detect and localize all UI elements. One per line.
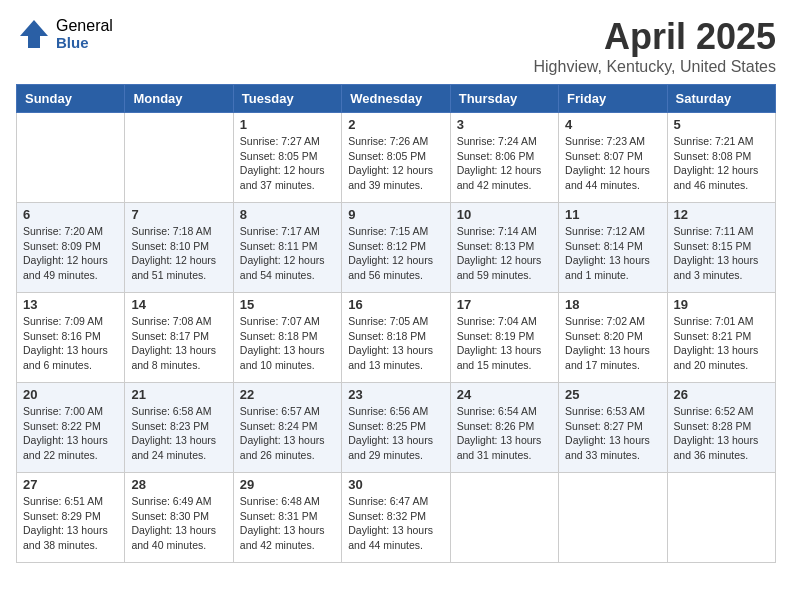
calendar-cell: 13Sunrise: 7:09 AM Sunset: 8:16 PM Dayli… [17,293,125,383]
header: General Blue April 2025 Highview, Kentuc… [16,16,776,76]
day-info: Sunrise: 7:20 AM Sunset: 8:09 PM Dayligh… [23,224,118,283]
logo-text: General Blue [56,17,113,51]
calendar-week-row: 27Sunrise: 6:51 AM Sunset: 8:29 PM Dayli… [17,473,776,563]
calendar-week-row: 20Sunrise: 7:00 AM Sunset: 8:22 PM Dayli… [17,383,776,473]
calendar-week-row: 1Sunrise: 7:27 AM Sunset: 8:05 PM Daylig… [17,113,776,203]
day-info: Sunrise: 7:01 AM Sunset: 8:21 PM Dayligh… [674,314,769,373]
day-info: Sunrise: 6:52 AM Sunset: 8:28 PM Dayligh… [674,404,769,463]
weekday-header: Friday [559,85,667,113]
day-info: Sunrise: 7:08 AM Sunset: 8:17 PM Dayligh… [131,314,226,373]
calendar-cell: 4Sunrise: 7:23 AM Sunset: 8:07 PM Daylig… [559,113,667,203]
day-info: Sunrise: 7:14 AM Sunset: 8:13 PM Dayligh… [457,224,552,283]
day-number: 16 [348,297,443,312]
calendar-cell: 30Sunrise: 6:47 AM Sunset: 8:32 PM Dayli… [342,473,450,563]
logo-blue: Blue [56,35,113,52]
calendar-cell: 12Sunrise: 7:11 AM Sunset: 8:15 PM Dayli… [667,203,775,293]
day-number: 4 [565,117,660,132]
day-number: 11 [565,207,660,222]
calendar-cell: 25Sunrise: 6:53 AM Sunset: 8:27 PM Dayli… [559,383,667,473]
day-number: 19 [674,297,769,312]
day-info: Sunrise: 6:49 AM Sunset: 8:30 PM Dayligh… [131,494,226,553]
day-number: 22 [240,387,335,402]
calendar-cell: 22Sunrise: 6:57 AM Sunset: 8:24 PM Dayli… [233,383,341,473]
day-info: Sunrise: 6:53 AM Sunset: 8:27 PM Dayligh… [565,404,660,463]
calendar-cell: 26Sunrise: 6:52 AM Sunset: 8:28 PM Dayli… [667,383,775,473]
day-info: Sunrise: 7:24 AM Sunset: 8:06 PM Dayligh… [457,134,552,193]
day-number: 2 [348,117,443,132]
calendar-table: SundayMondayTuesdayWednesdayThursdayFrid… [16,84,776,563]
calendar-cell: 18Sunrise: 7:02 AM Sunset: 8:20 PM Dayli… [559,293,667,383]
calendar-cell: 7Sunrise: 7:18 AM Sunset: 8:10 PM Daylig… [125,203,233,293]
calendar-cell: 2Sunrise: 7:26 AM Sunset: 8:05 PM Daylig… [342,113,450,203]
day-number: 23 [348,387,443,402]
day-number: 27 [23,477,118,492]
day-info: Sunrise: 7:11 AM Sunset: 8:15 PM Dayligh… [674,224,769,283]
day-number: 20 [23,387,118,402]
day-number: 7 [131,207,226,222]
calendar-cell: 21Sunrise: 6:58 AM Sunset: 8:23 PM Dayli… [125,383,233,473]
day-number: 13 [23,297,118,312]
day-info: Sunrise: 6:51 AM Sunset: 8:29 PM Dayligh… [23,494,118,553]
calendar-cell: 19Sunrise: 7:01 AM Sunset: 8:21 PM Dayli… [667,293,775,383]
day-info: Sunrise: 6:57 AM Sunset: 8:24 PM Dayligh… [240,404,335,463]
day-info: Sunrise: 6:47 AM Sunset: 8:32 PM Dayligh… [348,494,443,553]
day-number: 9 [348,207,443,222]
calendar-body: 1Sunrise: 7:27 AM Sunset: 8:05 PM Daylig… [17,113,776,563]
day-number: 18 [565,297,660,312]
day-info: Sunrise: 7:17 AM Sunset: 8:11 PM Dayligh… [240,224,335,283]
logo-general: General [56,17,113,35]
weekday-header: Thursday [450,85,558,113]
calendar-cell [667,473,775,563]
calendar-cell: 24Sunrise: 6:54 AM Sunset: 8:26 PM Dayli… [450,383,558,473]
day-number: 21 [131,387,226,402]
day-info: Sunrise: 7:09 AM Sunset: 8:16 PM Dayligh… [23,314,118,373]
day-info: Sunrise: 6:54 AM Sunset: 8:26 PM Dayligh… [457,404,552,463]
calendar-cell [559,473,667,563]
day-info: Sunrise: 6:58 AM Sunset: 8:23 PM Dayligh… [131,404,226,463]
day-info: Sunrise: 6:48 AM Sunset: 8:31 PM Dayligh… [240,494,335,553]
weekday-header: Tuesday [233,85,341,113]
day-number: 10 [457,207,552,222]
day-number: 8 [240,207,335,222]
logo-icon [16,16,52,52]
day-number: 25 [565,387,660,402]
day-number: 6 [23,207,118,222]
weekday-header: Saturday [667,85,775,113]
day-number: 14 [131,297,226,312]
day-info: Sunrise: 7:26 AM Sunset: 8:05 PM Dayligh… [348,134,443,193]
calendar-cell: 9Sunrise: 7:15 AM Sunset: 8:12 PM Daylig… [342,203,450,293]
day-number: 30 [348,477,443,492]
calendar-cell: 23Sunrise: 6:56 AM Sunset: 8:25 PM Dayli… [342,383,450,473]
day-info: Sunrise: 7:00 AM Sunset: 8:22 PM Dayligh… [23,404,118,463]
day-number: 3 [457,117,552,132]
calendar-cell: 16Sunrise: 7:05 AM Sunset: 8:18 PM Dayli… [342,293,450,383]
calendar-cell: 10Sunrise: 7:14 AM Sunset: 8:13 PM Dayli… [450,203,558,293]
calendar-cell: 6Sunrise: 7:20 AM Sunset: 8:09 PM Daylig… [17,203,125,293]
weekday-header: Wednesday [342,85,450,113]
calendar-cell [450,473,558,563]
day-info: Sunrise: 7:21 AM Sunset: 8:08 PM Dayligh… [674,134,769,193]
calendar-cell: 14Sunrise: 7:08 AM Sunset: 8:17 PM Dayli… [125,293,233,383]
day-info: Sunrise: 7:12 AM Sunset: 8:14 PM Dayligh… [565,224,660,283]
day-number: 1 [240,117,335,132]
calendar-cell: 29Sunrise: 6:48 AM Sunset: 8:31 PM Dayli… [233,473,341,563]
day-number: 5 [674,117,769,132]
weekday-header: Sunday [17,85,125,113]
calendar-cell: 17Sunrise: 7:04 AM Sunset: 8:19 PM Dayli… [450,293,558,383]
day-info: Sunrise: 7:18 AM Sunset: 8:10 PM Dayligh… [131,224,226,283]
calendar-header: SundayMondayTuesdayWednesdayThursdayFrid… [17,85,776,113]
day-number: 12 [674,207,769,222]
day-info: Sunrise: 7:05 AM Sunset: 8:18 PM Dayligh… [348,314,443,373]
calendar-cell: 15Sunrise: 7:07 AM Sunset: 8:18 PM Dayli… [233,293,341,383]
day-info: Sunrise: 7:23 AM Sunset: 8:07 PM Dayligh… [565,134,660,193]
svg-marker-0 [20,20,48,48]
weekday-header: Monday [125,85,233,113]
day-number: 17 [457,297,552,312]
day-info: Sunrise: 7:27 AM Sunset: 8:05 PM Dayligh… [240,134,335,193]
calendar-cell: 3Sunrise: 7:24 AM Sunset: 8:06 PM Daylig… [450,113,558,203]
calendar-cell: 28Sunrise: 6:49 AM Sunset: 8:30 PM Dayli… [125,473,233,563]
day-number: 15 [240,297,335,312]
logo: General Blue [16,16,113,52]
day-info: Sunrise: 7:02 AM Sunset: 8:20 PM Dayligh… [565,314,660,373]
day-info: Sunrise: 7:07 AM Sunset: 8:18 PM Dayligh… [240,314,335,373]
